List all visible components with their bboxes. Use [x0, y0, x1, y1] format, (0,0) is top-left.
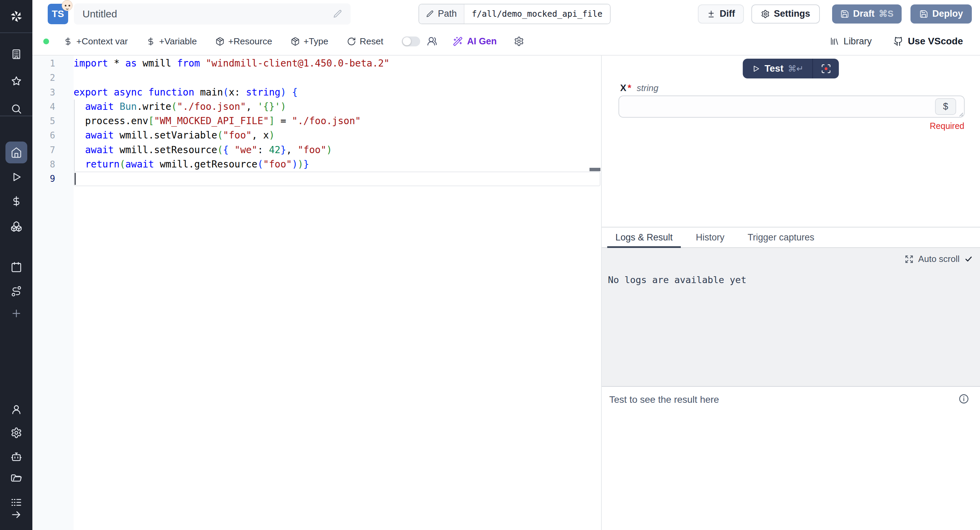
variable-picker-button[interactable]: $: [935, 98, 956, 115]
gear-icon: [11, 427, 22, 439]
code-line[interactable]: process.env["WM_MOCKED_API_FILE"] = "./f…: [73, 114, 601, 128]
logs-section: Auto scroll No logs are available yet: [602, 248, 980, 386]
info-icon[interactable]: [959, 394, 969, 404]
code-line[interactable]: await wmill.setResource({ "we": 42}, "fo…: [73, 143, 601, 157]
sidebar-item-dollar[interactable]: [5, 195, 27, 208]
sidebar-item-logs[interactable]: [5, 496, 27, 509]
use-vscode-button[interactable]: Use VScode: [893, 36, 963, 47]
sidebar-item-search[interactable]: [5, 103, 27, 115]
sidebar-item-building[interactable]: [5, 48, 27, 61]
tab-logs---result[interactable]: Logs & Result: [607, 227, 681, 247]
toolbar-item--resource[interactable]: +Resource: [215, 36, 272, 47]
line-number: 6: [32, 128, 73, 142]
code-line[interactable]: [73, 172, 601, 186]
baby-emoji-icon: [62, 0, 73, 11]
sidebar-item-gear[interactable]: [5, 427, 27, 439]
home-icon: [11, 147, 22, 158]
arg-x-input[interactable]: [619, 96, 965, 118]
dollar-icon: [11, 195, 22, 207]
sidebar-item-play[interactable]: [5, 171, 27, 183]
sidebar-item-home[interactable]: [5, 142, 27, 163]
sidebar-item-arrow-right[interactable]: [5, 509, 27, 521]
status-dot-icon: [43, 38, 49, 44]
toolbar-item-label: +Type: [304, 36, 328, 47]
auto-scroll-label: Auto scroll: [918, 254, 959, 264]
test-shortcut: ⌘↵: [788, 64, 803, 73]
sidebar-item-calendar[interactable]: [5, 261, 27, 273]
path-label-segment[interactable]: Path: [419, 5, 465, 24]
toolbar-item--variable[interactable]: +Variable: [146, 36, 197, 47]
result-section: Test to see the result here: [602, 386, 980, 530]
watch-mode-button[interactable]: [813, 59, 839, 78]
sidebar-item-robot[interactable]: [5, 450, 27, 463]
code-line[interactable]: return(await wmill.getResource("foo"))}: [73, 157, 601, 172]
text-cursor: [75, 173, 76, 185]
path-field[interactable]: Path f/all/demo_mocked_api_file: [418, 4, 611, 24]
search-icon: [11, 103, 22, 115]
sidebar-item-plus[interactable]: [5, 307, 27, 319]
path-label: Path: [438, 8, 457, 19]
test-button[interactable]: Test ⌘↵: [743, 59, 839, 78]
auto-scroll-control[interactable]: Auto scroll: [905, 254, 973, 264]
line-number: 3: [32, 85, 73, 100]
required-hint: Required: [930, 121, 964, 131]
toolbar-item--type[interactable]: +Type: [291, 36, 328, 47]
toggle-knob: [403, 37, 411, 45]
script-title-box[interactable]: Untitled: [74, 3, 351, 24]
code-line[interactable]: export async function main(x: string) {: [73, 85, 601, 100]
play-icon: [11, 171, 22, 183]
test-label: Test: [765, 63, 784, 74]
sidebar-item-user[interactable]: [5, 404, 27, 416]
ai-gen-button[interactable]: AI Gen: [453, 36, 497, 47]
robot-icon: [11, 451, 22, 463]
pencil-icon[interactable]: [333, 9, 342, 18]
check-icon[interactable]: [964, 255, 973, 263]
sidebar-item-boxes[interactable]: [5, 220, 27, 233]
code-editor[interactable]: 123456789 import * as wmill from "windmi…: [32, 56, 601, 530]
code-line[interactable]: await wmill.setVariable("foo", x): [73, 128, 601, 142]
deploy-label: Deploy: [932, 8, 963, 19]
language-label: TS: [52, 8, 64, 19]
result-tabs: Logs & ResultHistoryTrigger captures: [602, 227, 980, 248]
toolbar-item-reset[interactable]: Reset: [347, 36, 383, 47]
editor-settings-icon[interactable]: [514, 36, 524, 46]
star-icon: [11, 75, 22, 87]
required-asterisk: *: [628, 83, 632, 93]
code-line[interactable]: [73, 70, 601, 85]
library-button[interactable]: Library: [830, 36, 872, 47]
code-line[interactable]: await Bun.write("./foo.json", '{}'): [73, 100, 601, 114]
arrow-right-icon: [11, 509, 22, 520]
expand-icon[interactable]: [905, 255, 913, 263]
logs-icon: [11, 496, 22, 508]
line-number: 9: [32, 172, 73, 186]
tab-trigger-captures[interactable]: Trigger captures: [740, 227, 822, 247]
resize-grip-icon[interactable]: [958, 112, 964, 117]
logs-empty-message: No logs are available yet: [608, 275, 746, 285]
tab-history[interactable]: History: [687, 227, 733, 247]
toolbar-item--context-var[interactable]: +Context var: [64, 36, 128, 47]
arg-type: string: [637, 83, 659, 93]
multiplayer-toggle[interactable]: [402, 37, 420, 46]
app-window: TS Untitled Path f/all/demo_mocked_api_f…: [0, 0, 980, 530]
diff-button[interactable]: Diff: [698, 5, 744, 24]
top-bar: TS Untitled Path f/all/demo_mocked_api_f…: [32, 0, 980, 28]
windmill-logo[interactable]: [0, 0, 32, 33]
user-icon: [11, 404, 22, 415]
save-icon: [920, 10, 928, 18]
toolbar-item-label: Reset: [360, 36, 383, 47]
sidebar-item-star[interactable]: [5, 75, 27, 87]
sidebar-item-folder-open[interactable]: [5, 473, 27, 485]
draft-button[interactable]: Draft ⌘S: [832, 5, 902, 24]
code-line[interactable]: import * as wmill from "windmill-client@…: [73, 56, 601, 70]
library-label: Library: [844, 36, 872, 47]
scrollbar-cursor-mark[interactable]: [590, 168, 600, 171]
dollar-icon: [64, 37, 73, 46]
diff-icon: [707, 10, 716, 18]
line-number: 5: [32, 114, 73, 128]
line-number: 1: [32, 56, 73, 70]
settings-button[interactable]: Settings: [751, 5, 820, 24]
line-number-gutter: 123456789: [32, 56, 73, 530]
sidebar-item-route[interactable]: [5, 285, 27, 297]
deploy-button[interactable]: Deploy: [910, 5, 972, 24]
users-icon[interactable]: [427, 36, 437, 46]
